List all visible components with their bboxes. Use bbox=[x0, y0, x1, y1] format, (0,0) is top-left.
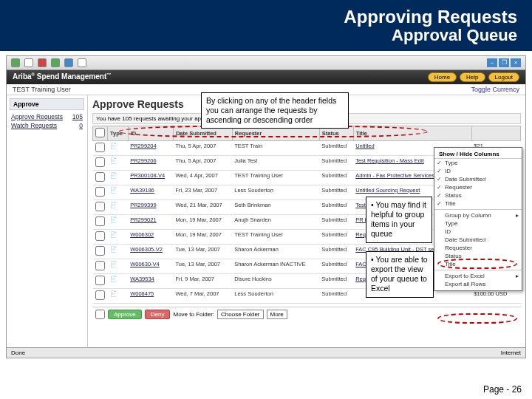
refresh-icon[interactable] bbox=[51, 58, 60, 67]
select-all-bottom-checkbox[interactable] bbox=[95, 310, 105, 319]
cell-requester: Julia Test bbox=[232, 155, 319, 170]
status-zone: Internet bbox=[501, 349, 521, 356]
menu-col-toggle[interactable]: Date Submitted bbox=[434, 175, 522, 183]
cell-status: Submitted bbox=[319, 155, 353, 170]
cell-id[interactable]: W006305-V2 bbox=[128, 244, 173, 259]
menu-col-toggle[interactable]: ID bbox=[434, 167, 522, 175]
sidebar-item-count: 105 bbox=[72, 113, 83, 120]
toggle-currency-link[interactable]: Toggle Currency bbox=[471, 86, 519, 93]
col-title[interactable]: Title bbox=[353, 126, 471, 140]
col-amount[interactable] bbox=[471, 126, 520, 140]
cell-requester: Less Souderton bbox=[232, 185, 319, 200]
home-icon[interactable] bbox=[64, 58, 73, 67]
cell-requester: Anujh Snarden bbox=[232, 214, 319, 229]
cell-date: Thu, 5 Apr, 2007 bbox=[173, 140, 232, 155]
row-checkbox[interactable] bbox=[95, 290, 105, 300]
menu-group-by[interactable]: Group by Column bbox=[434, 211, 522, 219]
sidebar-item-label: Approve Requests bbox=[11, 113, 63, 120]
sidebar-item-approve[interactable]: Approve Requests 105 bbox=[10, 112, 84, 121]
col-id[interactable]: ID bbox=[128, 126, 173, 140]
row-checkbox[interactable] bbox=[95, 157, 105, 167]
menu-group-option[interactable]: ID bbox=[434, 228, 522, 236]
cell-id[interactable]: W006302 bbox=[128, 229, 173, 244]
row-checkbox[interactable] bbox=[95, 216, 105, 226]
cell-id[interactable]: W008475 bbox=[128, 288, 173, 303]
logout-button[interactable]: Logout bbox=[488, 72, 519, 82]
cell-requester: TEST Train bbox=[232, 140, 319, 155]
menu-group-option[interactable]: Title bbox=[434, 260, 522, 268]
cell-id[interactable]: PR299399 bbox=[128, 200, 173, 214]
row-checkbox[interactable] bbox=[95, 202, 105, 211]
print-icon[interactable] bbox=[78, 58, 86, 67]
cell-status: Submitted bbox=[319, 140, 353, 155]
browser-statusbar: Done Internet bbox=[7, 347, 525, 358]
menu-col-toggle[interactable]: Status bbox=[434, 191, 522, 200]
status-done: Done bbox=[11, 349, 25, 356]
window-restore[interactable]: ❐ bbox=[499, 58, 509, 67]
table-action-row: Approve Deny Move to Folder: Choose Fold… bbox=[92, 307, 521, 321]
window-minimize[interactable]: – bbox=[487, 58, 497, 67]
column-options-menu: Show / Hide Columns TypeIDDate Submitted… bbox=[434, 147, 522, 291]
help-button[interactable]: Help bbox=[460, 72, 485, 82]
cell-status: Submitted bbox=[319, 185, 353, 200]
window-close[interactable]: × bbox=[511, 58, 521, 67]
main-content: Approve Requests You have 105 requests a… bbox=[88, 95, 525, 352]
menu-group-option[interactable]: Type bbox=[434, 219, 522, 228]
cell-date: Mon, 19 Mar, 2007 bbox=[173, 214, 232, 229]
cell-id[interactable]: PR299206 bbox=[128, 155, 173, 170]
more-select[interactable]: More bbox=[267, 310, 287, 319]
brand-logo: Ariba® Spend Management™ bbox=[13, 72, 111, 81]
row-checkbox[interactable] bbox=[95, 187, 105, 197]
stop-icon[interactable] bbox=[38, 58, 47, 67]
sidebar-item-count: 0 bbox=[79, 122, 83, 129]
cell-id[interactable]: PR299204 bbox=[128, 140, 173, 155]
cell-id[interactable]: PR300108-V4 bbox=[128, 170, 173, 185]
sidebar-item-watch[interactable]: Watch Requests 0 bbox=[10, 121, 84, 130]
cell-id[interactable]: WA39534 bbox=[128, 273, 173, 288]
cell-type: 📄 bbox=[108, 170, 129, 185]
cell-type: 📄 bbox=[108, 185, 129, 200]
cell-id[interactable]: W00630-V4 bbox=[128, 259, 173, 273]
cell-type: 📄 bbox=[108, 229, 129, 244]
row-checkbox[interactable] bbox=[95, 143, 105, 152]
cell-requester: Disure Hockins bbox=[232, 273, 319, 288]
menu-col-toggle[interactable]: Requester bbox=[434, 183, 522, 191]
cell-date: Wed, 4 Apr, 2007 bbox=[173, 170, 232, 185]
nav-back-icon[interactable] bbox=[11, 58, 20, 67]
cell-date: Wed, 7 Mar, 2007 bbox=[173, 288, 232, 303]
cell-type: 📄 bbox=[108, 288, 129, 303]
col-type[interactable]: Type bbox=[108, 126, 129, 140]
sidebar-item-label: Watch Requests bbox=[11, 122, 57, 129]
cell-date: Fri, 9 Mar, 2007 bbox=[173, 273, 232, 288]
cell-id[interactable]: WA39186 bbox=[128, 185, 173, 200]
move-to-folder-label: Move to Folder: bbox=[173, 311, 214, 318]
approve-button[interactable]: Approve bbox=[108, 310, 142, 319]
menu-export-all[interactable]: Export all Rows bbox=[434, 280, 522, 288]
callout-header-sort: By clicking on any of the header fields … bbox=[201, 92, 349, 129]
row-checkbox[interactable] bbox=[95, 172, 105, 182]
home-button[interactable]: Home bbox=[428, 72, 457, 82]
cell-type: 📄 bbox=[108, 214, 129, 229]
menu-group-option[interactable]: Date Submitted bbox=[434, 236, 522, 244]
cell-status: Submitted bbox=[319, 200, 353, 214]
folder-select[interactable]: Choose Folder bbox=[217, 310, 263, 319]
cell-status: Submitted bbox=[319, 214, 353, 229]
nav-forward-icon[interactable] bbox=[24, 58, 33, 67]
row-checkbox[interactable] bbox=[95, 261, 105, 270]
menu-col-toggle[interactable]: Title bbox=[434, 200, 522, 208]
menu-group-option[interactable]: Status bbox=[434, 252, 522, 260]
cell-status: Submitted bbox=[319, 288, 353, 303]
row-checkbox[interactable] bbox=[95, 231, 105, 241]
cell-type: 📄 bbox=[108, 244, 129, 259]
row-checkbox[interactable] bbox=[95, 246, 105, 256]
cell-id[interactable]: PR299021 bbox=[128, 214, 173, 229]
cell-type: 📄 bbox=[108, 155, 129, 170]
menu-export-excel[interactable]: Export to Excel bbox=[434, 272, 522, 280]
col-checkbox[interactable] bbox=[93, 126, 108, 140]
deny-button[interactable]: Deny bbox=[145, 310, 171, 319]
select-all-checkbox[interactable] bbox=[95, 128, 105, 137]
cell-status: Submitted bbox=[319, 244, 353, 259]
row-checkbox[interactable] bbox=[95, 276, 105, 285]
menu-col-toggle[interactable]: Type bbox=[434, 159, 522, 167]
menu-group-option[interactable]: Requester bbox=[434, 244, 522, 252]
